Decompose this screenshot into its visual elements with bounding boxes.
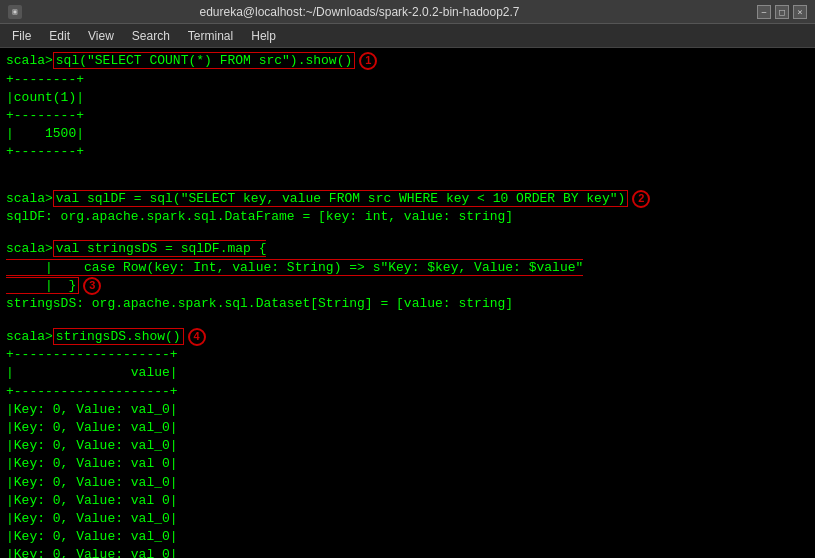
- menu-edit[interactable]: Edit: [41, 27, 78, 45]
- window-title: edureka@localhost:~/Downloads/spark-2.0.…: [0, 5, 757, 19]
- step-4-circle: 4: [188, 328, 206, 346]
- terminal-line: scala>val stringsDS = sqlDF.map { | case…: [6, 240, 809, 295]
- terminal-line: |count(1)|: [6, 89, 809, 107]
- maximize-button[interactable]: □: [775, 5, 789, 19]
- close-button[interactable]: ×: [793, 5, 807, 19]
- window-controls[interactable]: − □ ×: [757, 5, 807, 19]
- terminal-line: | value|: [6, 364, 809, 382]
- terminal-content: scala>sql("SELECT COUNT(*) FROM src").sh…: [0, 48, 815, 558]
- prompt: scala>: [6, 191, 53, 206]
- blank-line: [6, 314, 809, 328]
- terminal-line: |Key: 0, Value: val_0|: [6, 510, 809, 528]
- terminal-line: |Key: 0, Value: val 0|: [6, 492, 809, 510]
- titlebar: ▣ edureka@localhost:~/Downloads/spark-2.…: [0, 0, 815, 24]
- blank-line: [6, 176, 809, 190]
- terminal-line: +--------+: [6, 143, 809, 161]
- terminal-line: +--------+: [6, 107, 809, 125]
- prompt: scala>: [6, 241, 53, 256]
- terminal-line: +--------------------+: [6, 346, 809, 364]
- terminal-line: |Key: 0, Value: val_0|: [6, 437, 809, 455]
- prompt: scala>: [6, 329, 53, 344]
- blank-line: [6, 226, 809, 240]
- prompt: scala>: [6, 53, 53, 68]
- terminal-line: +--------------------+: [6, 383, 809, 401]
- terminal-line: |Key: 0, Value: val_0|: [6, 401, 809, 419]
- command-2: val sqlDF = sql("SELECT key, value FROM …: [53, 190, 629, 207]
- terminal-line: sqlDF: org.apache.spark.sql.DataFrame = …: [6, 208, 809, 226]
- step-2-circle: 2: [632, 190, 650, 208]
- terminal-line: |Key: 0, Value: val 0|: [6, 455, 809, 473]
- terminal-line: +--------+: [6, 71, 809, 89]
- command-4: stringsDS.show(): [53, 328, 184, 345]
- blank-line: [6, 162, 809, 176]
- terminal-line: scala>sql("SELECT COUNT(*) FROM src").sh…: [6, 52, 809, 71]
- terminal-line: scala>val sqlDF = sql("SELECT key, value…: [6, 190, 809, 209]
- terminal-line: |Key: 0, Value: val_0|: [6, 474, 809, 492]
- terminal-line: | 1500|: [6, 125, 809, 143]
- terminal-line: |Key: 0, Value: val_0|: [6, 546, 809, 558]
- command-1: sql("SELECT COUNT(*) FROM src").show(): [53, 52, 355, 69]
- step-3-circle: 3: [83, 277, 101, 295]
- menu-file[interactable]: File: [4, 27, 39, 45]
- minimize-button[interactable]: −: [757, 5, 771, 19]
- menu-help[interactable]: Help: [243, 27, 284, 45]
- terminal-line: stringsDS: org.apache.spark.sql.Dataset[…: [6, 295, 809, 313]
- terminal-line: |Key: 0, Value: val_0|: [6, 528, 809, 546]
- terminal-line: scala>stringsDS.show()4: [6, 328, 809, 347]
- menu-terminal[interactable]: Terminal: [180, 27, 241, 45]
- menu-view[interactable]: View: [80, 27, 122, 45]
- menu-search[interactable]: Search: [124, 27, 178, 45]
- menubar: File Edit View Search Terminal Help: [0, 24, 815, 48]
- terminal-line: |Key: 0, Value: val_0|: [6, 419, 809, 437]
- step-1-circle: 1: [359, 52, 377, 70]
